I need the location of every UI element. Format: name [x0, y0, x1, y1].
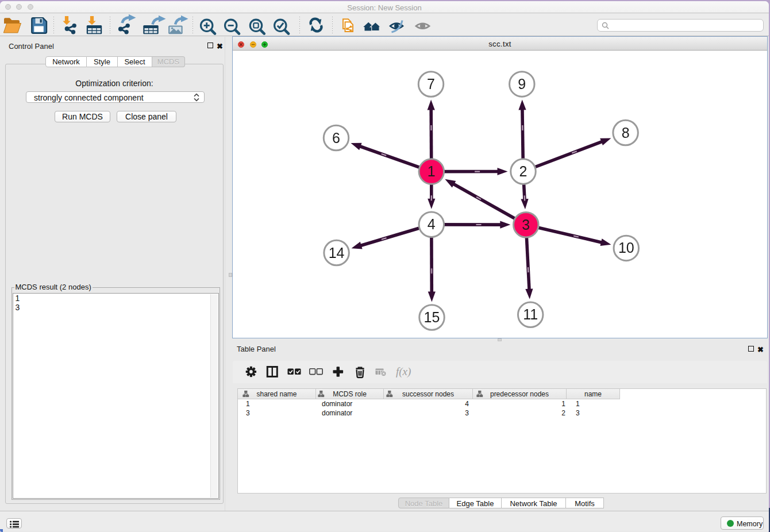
svg-text:8: 8 — [622, 125, 630, 141]
svg-text:6: 6 — [332, 130, 340, 146]
svg-text:9: 9 — [518, 76, 526, 92]
svg-text:2: 2 — [519, 163, 528, 179]
svg-text:15: 15 — [424, 309, 440, 325]
svg-text:7: 7 — [427, 76, 435, 92]
svg-text:1: 1 — [428, 163, 436, 179]
svg-text:10: 10 — [618, 240, 634, 256]
svg-text:14: 14 — [329, 245, 345, 261]
svg-text:4: 4 — [428, 216, 436, 232]
svg-text:f(x): f(x) — [396, 365, 411, 378]
svg-text:11: 11 — [523, 306, 538, 322]
svg-text:3: 3 — [522, 217, 530, 233]
